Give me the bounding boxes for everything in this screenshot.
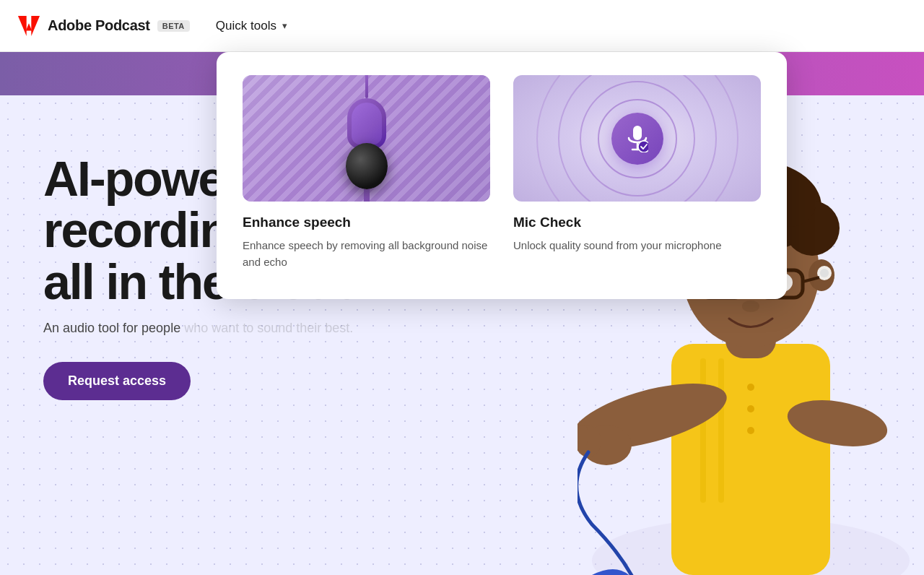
beta-badge: BETA [157,20,190,32]
enhance-speech-image [243,75,490,202]
mic-check-card[interactable]: Mic Check Unlock quality sound from your… [513,75,761,270]
mic-head [347,98,386,149]
svg-point-22 [820,269,829,277]
header: Adobe Podcast BETA Quick tools ▾ [0,0,924,52]
enhance-speech-title: Enhance speech [243,215,490,230]
microphone-3d [346,75,388,202]
mic-check-description: Unlock quality sound from your microphon… [513,238,761,254]
quick-tools-button[interactable]: Quick tools ▾ [213,13,290,39]
mic-check-title: Mic Check [513,215,761,230]
adobe-icon [17,14,40,38]
svg-rect-1 [671,344,830,575]
mic-check-image [513,75,761,202]
svg-point-5 [747,405,754,412]
app-name: Adobe Podcast [48,17,150,34]
quick-tools-label: Quick tools [216,19,276,33]
mic-cable-top [365,75,368,98]
hero-subtext: An audio tool for people who want to sou… [43,321,364,336]
enhance-speech-card[interactable]: Enhance speech Enhance speech by removin… [243,75,490,270]
request-access-button[interactable]: Request access [43,362,191,400]
svg-point-4 [747,384,754,391]
enhance-speech-description: Enhance speech by removing all backgroun… [243,238,490,270]
enhance-speech-bg [243,75,490,202]
svg-rect-35 [633,126,642,140]
microphone-svg-icon [627,125,648,152]
svg-point-6 [747,427,754,434]
svg-rect-10 [578,425,588,446]
svg-rect-2 [700,358,706,503]
mic-check-icon [611,113,663,165]
chevron-down-icon: ▾ [282,20,287,31]
svg-point-33 [742,301,759,312]
svg-rect-3 [718,358,724,503]
logo-container: Adobe Podcast BETA [17,14,190,38]
mic-check-bg [513,75,761,202]
mic-ball [346,143,388,189]
quick-tools-dropdown: Enhance speech Enhance speech by removin… [217,52,787,299]
